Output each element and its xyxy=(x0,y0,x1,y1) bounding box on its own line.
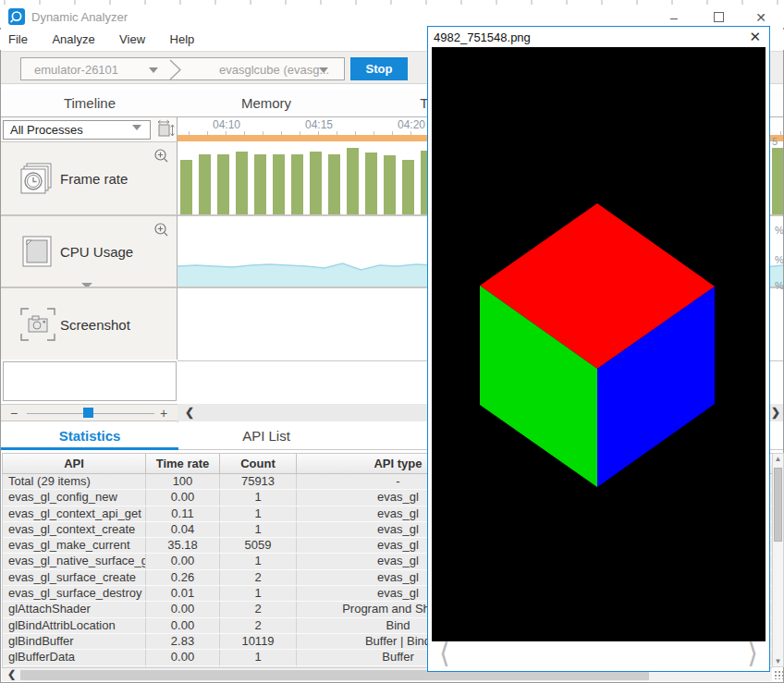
stop-button[interactable]: Stop xyxy=(350,57,408,80)
chevron-down-icon xyxy=(132,125,141,130)
magnify-icon[interactable] xyxy=(153,222,169,238)
scroll-right-icon[interactable]: ❯ xyxy=(771,406,780,419)
frame-rate-bar xyxy=(310,152,322,214)
table-cell: Total (29 items) xyxy=(3,474,146,489)
ruler-time-label: 04:15 xyxy=(305,118,333,131)
table-cell: 2 xyxy=(220,602,297,616)
cpu-usage-icon xyxy=(19,234,55,269)
table-cell: 2.83 xyxy=(146,634,220,649)
menu-help[interactable]: Help xyxy=(160,30,205,46)
table-cell: 1 xyxy=(220,490,297,505)
frame-rate-bar xyxy=(291,154,303,214)
table-cell: glBindBuffer xyxy=(3,634,146,649)
table-cell: 0.00 xyxy=(146,618,220,633)
popup-close-icon[interactable]: ✕ xyxy=(749,29,761,45)
table-cell: evas_gl_surface_create xyxy=(3,570,146,585)
frame-rate-bar xyxy=(384,155,396,214)
table-cell: 10119 xyxy=(220,634,297,649)
table-cell: 1 xyxy=(220,586,297,601)
tab-memory[interactable]: Memory xyxy=(178,90,354,117)
menu-analyze[interactable]: Analyze xyxy=(42,30,104,46)
frame-rate-bar xyxy=(347,148,359,214)
minimize-button[interactable]: – xyxy=(660,8,688,27)
chevron-down-icon[interactable] xyxy=(319,67,328,73)
table-cell: evas_gl_context_create xyxy=(3,522,146,537)
frame-rate-row-header[interactable]: Frame rate xyxy=(1,142,178,214)
table-cell: 0.26 xyxy=(146,570,220,585)
zoom-slider-handle[interactable] xyxy=(83,408,93,418)
table-cell: 75913 xyxy=(220,474,297,489)
app-logo-icon xyxy=(8,8,25,25)
scroll-left-icon[interactable]: ❮ xyxy=(185,406,194,419)
ruler-time-label: 04:10 xyxy=(213,118,240,131)
table-cell: 0.00 xyxy=(146,554,220,568)
chevron-down-icon[interactable] xyxy=(149,67,158,73)
breadcrumb-separator-icon xyxy=(167,59,188,80)
table-cell: 0.00 xyxy=(146,490,220,505)
table-cell: 1 xyxy=(220,554,297,568)
close-button[interactable]: ✕ xyxy=(747,8,775,27)
frame-rate-bar xyxy=(365,152,377,214)
column-header-count[interactable]: Count xyxy=(220,454,297,473)
table-cell: 1 xyxy=(220,650,297,665)
menu-file[interactable]: File xyxy=(0,30,38,46)
table-cell: evas_gl_native_surface_g xyxy=(3,554,146,568)
frame-rate-bar xyxy=(328,154,340,214)
axis-fragment: % xyxy=(775,254,784,265)
previous-image-icon[interactable]: ⟨ xyxy=(439,637,450,669)
menu-view[interactable]: View xyxy=(109,30,155,46)
process-filter-row: All Processes xyxy=(1,117,178,142)
table-cell: 0.04 xyxy=(146,522,220,537)
tab-api-list[interactable]: API List xyxy=(178,422,354,450)
table-cell: evas_gl_context_api_get xyxy=(3,506,146,521)
table-cell: evas_gl_surface_destroy xyxy=(3,586,146,601)
next-image-icon[interactable]: ⟩ xyxy=(747,637,758,669)
frame-rate-label: Frame rate xyxy=(60,171,128,187)
table-cell: 0.00 xyxy=(146,650,220,665)
scroll-up-icon[interactable]: ▲ xyxy=(773,455,783,463)
table-cell: 0.01 xyxy=(146,586,220,601)
cpu-usage-label: CPU Usage xyxy=(60,244,133,260)
cube-svg xyxy=(432,47,766,641)
axis-fragment: 5 xyxy=(772,136,778,147)
table-cell: 0.11 xyxy=(146,506,220,521)
scroll-left-icon[interactable]: ❮ xyxy=(7,668,16,680)
column-header-api[interactable]: API xyxy=(3,454,146,473)
chart-resize-icon[interactable] xyxy=(156,119,177,140)
screenshot-viewer-popup: 4982_751548.png ✕ ⟨ ⟩ xyxy=(427,26,770,672)
device-dropdown[interactable]: emulator-26101 xyxy=(34,63,118,77)
resize-grip-icon[interactable] xyxy=(774,670,783,679)
table-cell: 0.00 xyxy=(146,602,220,616)
vscroll-thumb[interactable] xyxy=(774,468,782,542)
maximize-button[interactable] xyxy=(704,8,732,27)
column-header-time-rate[interactable]: Time rate xyxy=(146,454,220,473)
frame-rate-bar xyxy=(180,160,192,214)
magnify-icon[interactable] xyxy=(153,148,169,164)
screenshot-label: Screenshot xyxy=(60,316,130,332)
table-cell: evas_gl_make_current xyxy=(3,538,146,553)
frame-rate-bar xyxy=(772,148,783,214)
window-title: Dynamic Analyzer xyxy=(31,10,128,24)
table-vscrollbar[interactable]: ▲ ▼ xyxy=(772,453,784,667)
table-cell: 5059 xyxy=(220,538,297,553)
popup-title: 4982_751548.png xyxy=(434,30,531,44)
table-cell: 1 xyxy=(220,522,297,537)
screenshot-row-header[interactable]: Screenshot xyxy=(1,287,178,360)
tab-statistics[interactable]: Statistics xyxy=(1,422,178,450)
scroll-down-icon[interactable]: ▼ xyxy=(773,657,783,665)
zoom-out-button[interactable]: − xyxy=(10,406,18,421)
frame-rate-icon xyxy=(19,162,55,195)
tab-timeline[interactable]: Timeline xyxy=(1,90,178,117)
axis-fragment: % xyxy=(775,225,784,236)
table-cell: glAttachShader xyxy=(3,602,146,616)
table-cell: 2 xyxy=(220,618,297,633)
panel-empty-box xyxy=(3,361,177,401)
active-tab-underline xyxy=(1,447,178,450)
process-filter-select[interactable]: All Processes xyxy=(3,120,151,140)
cpu-usage-row-header[interactable]: CPU Usage xyxy=(1,214,178,287)
frame-rate-bar xyxy=(199,154,211,214)
zoom-in-button[interactable]: + xyxy=(160,406,167,421)
application-dropdown[interactable]: evasglcube (evasg... xyxy=(219,63,329,77)
table-cell: 100 xyxy=(146,474,220,489)
table-cell: glBindAttribLocation xyxy=(3,618,146,633)
